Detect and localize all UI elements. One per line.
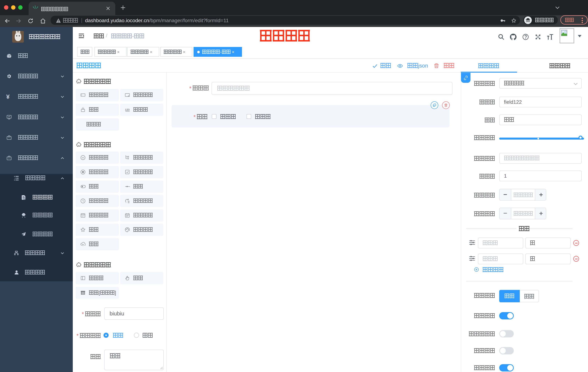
svg-text:123: 123 [125, 108, 129, 111]
